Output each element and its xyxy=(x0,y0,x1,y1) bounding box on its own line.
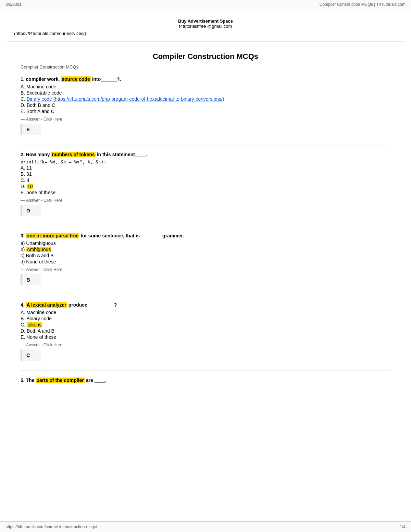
q3-highlight: one or more parse tree xyxy=(26,233,79,238)
option-3a: a) Unambiguous xyxy=(21,240,390,246)
q4-suffix: produce__________? xyxy=(67,302,117,308)
option-2b: B. 31 xyxy=(21,171,390,177)
question-block-5: 5. The parts of the compiler are ____. xyxy=(21,378,390,383)
divider-1 xyxy=(21,145,390,145)
question-block-3: 3. one or more parse tree for some sente… xyxy=(21,233,390,285)
q4-number: 4. xyxy=(21,302,25,308)
ad-email: t4tutorialsfree @gmail.com xyxy=(179,24,232,29)
question-text-1: 1. compiler work, source code into______… xyxy=(21,76,390,82)
answer-toggle-2[interactable]: Answer - Click Here: xyxy=(21,198,390,203)
q3-suffix: for some sentence, that is ________gramm… xyxy=(79,233,184,238)
answer-box-1: E xyxy=(21,124,41,135)
question-text-3: 3. one or more parse tree for some sente… xyxy=(21,233,390,238)
divider-4 xyxy=(21,370,390,371)
q1-suffix: into______?. xyxy=(91,76,121,82)
content-area: Compiler Construction MCQs Compiler Cons… xyxy=(0,45,411,406)
divider-2 xyxy=(21,226,390,226)
option-3d: d) None of these xyxy=(21,259,390,264)
q5-prefix: The xyxy=(26,378,36,383)
option-2e: E. none of these xyxy=(21,190,390,195)
q2-suffix: in this statement____. xyxy=(96,152,147,157)
ad-link[interactable]: (https://t4tutorials.com/our-services/) xyxy=(14,31,86,36)
ad-inner: Buy Advertisement Space t4tutorialsfree … xyxy=(14,18,397,29)
answer-toggle-1[interactable]: Answer - Click Here: xyxy=(21,117,390,122)
option-4c-highlight: tokens xyxy=(27,322,42,327)
option-3b: b) Ambiguous xyxy=(21,247,390,252)
question-block-4: 4. A lexical analyzer produce__________?… xyxy=(21,302,390,361)
ad-section: Buy Advertisement Space t4tutorialsfree … xyxy=(7,13,404,42)
answer-toggle-4[interactable]: Answer - Click Here: xyxy=(21,343,390,347)
option-1c: C. Binary code (https://t4tutorials.com/… xyxy=(21,96,390,102)
option-4e: E. None of these xyxy=(21,334,390,340)
option-4d: D. Both A and B xyxy=(21,328,390,334)
question-text-2: 2. How many numbers of tokens in this st… xyxy=(21,152,390,157)
option-4b: B. Binary code xyxy=(21,316,390,321)
answer-toggle-label-4: Answer - Click Here: xyxy=(26,343,63,347)
q5-suffix: are ____. xyxy=(85,378,107,383)
option-1a: A. Machine code xyxy=(21,84,390,89)
q1-highlight: source code xyxy=(61,76,90,82)
option-1e: E. Both A and C xyxy=(21,109,390,114)
q5-number: 5. xyxy=(21,378,25,383)
option-2d: D. 10 xyxy=(21,184,390,189)
q2-highlight: numbers of tokens xyxy=(51,152,95,157)
option-4c: C. tokens xyxy=(21,322,390,327)
option-3c: c) Both A and B xyxy=(21,253,390,258)
option-2c: C. 4 xyxy=(21,177,390,183)
question-block-1: 1. compiler work, source code into______… xyxy=(21,76,390,135)
question-text-4: 4. A lexical analyzer produce__________? xyxy=(21,302,390,308)
option-2a: A. 11 xyxy=(21,165,390,171)
option-2d-highlight: 10 xyxy=(27,184,34,189)
answer-toggle-label-2: Answer - Click Here: xyxy=(26,198,63,203)
browser-date: 3/2/2021 xyxy=(5,2,22,7)
q2-prefix: How many xyxy=(26,152,51,157)
breadcrumb: Compiler Construction MCQs xyxy=(21,64,390,70)
q1-prefix: compiler work, xyxy=(26,76,61,82)
option-1d: D. Both B and C xyxy=(21,102,390,108)
browser-page-title: Compiler Construction MCQs | T4Tutorials… xyxy=(320,2,406,7)
answer-box-4: C xyxy=(21,349,41,361)
divider-3 xyxy=(21,295,390,295)
option-4a: A. Machine code xyxy=(21,310,390,315)
q4-highlight: A lexical analyzer xyxy=(26,302,67,308)
q2-number: 2. xyxy=(21,152,25,157)
answer-toggle-label-1: Answer - Click Here: xyxy=(26,117,63,122)
option-1b: B. Executable code xyxy=(21,90,390,96)
ad-title: Buy Advertisement Space xyxy=(178,18,233,24)
answer-box-2: D xyxy=(21,205,41,216)
question-text-5: 5. The parts of the compiler are ____. xyxy=(21,378,390,383)
browser-bar: 3/2/2021 Compiler Construction MCQs | T4… xyxy=(0,0,411,9)
q3-number: 3. xyxy=(21,233,25,238)
q1-number: 1. xyxy=(21,76,25,82)
question-block-2: 2. How many numbers of tokens in this st… xyxy=(21,152,390,216)
option-3b-highlight: Ambiguous xyxy=(26,247,51,252)
main-title: Compiler Construction MCQs xyxy=(21,52,390,61)
binary-code-link[interactable]: Binary code (https://t4tutorials.com/php… xyxy=(27,96,224,102)
q2-code: printf("k= %d, &k = %x", k, &k); xyxy=(21,159,390,164)
q5-highlight: parts of the compiler xyxy=(36,378,84,383)
page-wrapper: Buy Advertisement Space t4tutorialsfree … xyxy=(0,13,411,406)
answer-toggle-label-3: Answer - Click Here: xyxy=(26,267,63,272)
answer-toggle-3[interactable]: Answer - Click Here: xyxy=(21,267,390,272)
answer-box-3: B xyxy=(21,274,41,285)
